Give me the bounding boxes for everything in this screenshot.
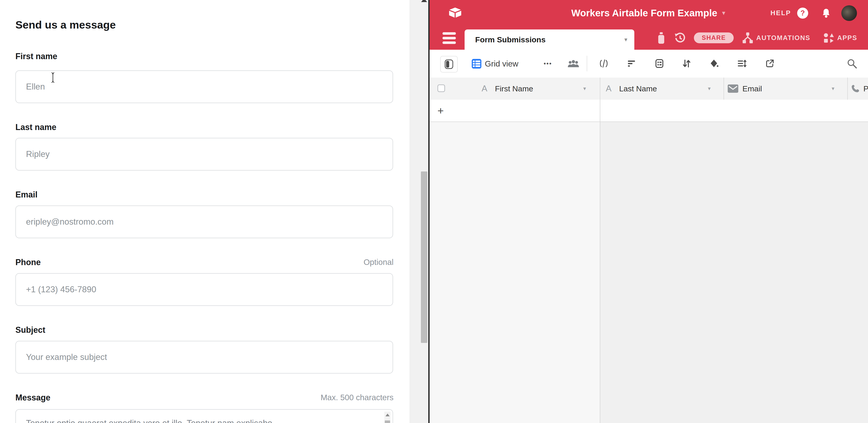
first-name-input[interactable] bbox=[16, 70, 393, 103]
column-caret-icon: ▼ bbox=[707, 86, 712, 91]
grid-empty-area-right bbox=[600, 122, 868, 423]
first-name-label: First name bbox=[16, 52, 57, 61]
message-text: Tenetur optio quaerat expedita vero et i… bbox=[26, 418, 376, 423]
table-tab-bar: Form Submissions ▼ SHARE bbox=[430, 26, 868, 50]
scroll-up-arrow-icon[interactable] bbox=[385, 414, 390, 416]
phone-optional-note: Optional bbox=[364, 258, 394, 267]
base-title-caret-icon: ▼ bbox=[721, 10, 726, 16]
message-textarea[interactable]: Tenetur optio quaerat expedita vero et i… bbox=[16, 409, 393, 423]
automations-label: AUTOMATIONS bbox=[756, 32, 810, 44]
table-tab-caret-icon: ▼ bbox=[623, 37, 628, 43]
last-name-label: Last name bbox=[16, 122, 56, 132]
textarea-scrollbar-thumb[interactable] bbox=[385, 420, 390, 423]
contact-form-pane: Send us a message First name Last name E… bbox=[0, 0, 410, 423]
table-tab-label: Form Submissions bbox=[475, 35, 546, 44]
collaborators-icon[interactable] bbox=[567, 59, 580, 68]
filter-icon[interactable] bbox=[626, 58, 637, 68]
scrollbar-top-arrow-icon[interactable] bbox=[421, 0, 427, 2]
email-label: Email bbox=[16, 190, 37, 200]
grid-empty-area-left bbox=[430, 122, 600, 423]
sort-icon[interactable] bbox=[681, 58, 691, 68]
tab-form-submissions[interactable]: Form Submissions ▼ bbox=[465, 29, 634, 50]
hide-fields-icon[interactable] bbox=[599, 58, 609, 68]
message-max-chars-note: Max. 500 characters bbox=[320, 393, 394, 402]
row-height-icon[interactable] bbox=[737, 58, 747, 68]
phone-label: Phone bbox=[16, 258, 41, 267]
trash-icon[interactable] bbox=[656, 32, 666, 44]
text-field-type-icon: A bbox=[482, 78, 487, 100]
automations-button[interactable]: AUTOMATIONS bbox=[742, 32, 810, 44]
airtable-top-bar: Workers Airtable Form Example ▼ HELP ? bbox=[430, 0, 868, 26]
frozen-column-divider bbox=[600, 100, 600, 423]
select-all-checkbox[interactable] bbox=[437, 85, 445, 92]
page-title: Send us a message bbox=[16, 19, 116, 31]
email-field-type-icon bbox=[728, 85, 738, 93]
hamburger-menu-icon[interactable] bbox=[442, 32, 456, 44]
apps-label: APPS bbox=[837, 32, 857, 44]
airtable-pane: Workers Airtable Form Example ▼ HELP ? F… bbox=[430, 0, 868, 423]
table-header-row: A First Name ▼ A Last Name ▼ Email ▼ bbox=[430, 78, 868, 100]
history-icon[interactable] bbox=[674, 32, 686, 44]
apps-button[interactable]: APPS bbox=[824, 32, 857, 44]
group-icon[interactable] bbox=[654, 58, 664, 68]
notifications-bell-icon[interactable] bbox=[820, 8, 832, 19]
search-icon[interactable] bbox=[846, 58, 858, 69]
apps-icon bbox=[824, 32, 834, 43]
add-row-plus-button[interactable]: + bbox=[437, 100, 444, 122]
view-sidebar-toggle-button[interactable] bbox=[440, 56, 458, 72]
email-input[interactable] bbox=[16, 206, 393, 238]
view-options-dots[interactable]: ••• bbox=[544, 50, 552, 78]
column-caret-icon: ▼ bbox=[582, 86, 587, 91]
view-name-label[interactable]: Grid view bbox=[485, 50, 519, 78]
column-separator bbox=[723, 78, 724, 100]
text-field-type-icon: A bbox=[606, 78, 612, 100]
subject-label: Subject bbox=[16, 325, 45, 335]
grid-view-icon[interactable] bbox=[472, 59, 482, 68]
user-avatar[interactable] bbox=[841, 5, 857, 21]
view-toolbar: Grid view ••• bbox=[430, 50, 868, 78]
column-separator bbox=[847, 78, 848, 100]
textarea-scrollbar[interactable] bbox=[384, 412, 391, 423]
subject-input[interactable] bbox=[16, 341, 393, 373]
toolbar-divider bbox=[587, 56, 587, 71]
last-name-input[interactable] bbox=[16, 138, 393, 171]
add-row: + bbox=[430, 100, 868, 122]
color-icon[interactable] bbox=[709, 58, 719, 68]
column-caret-icon: ▼ bbox=[831, 86, 835, 91]
column-separator bbox=[600, 78, 600, 100]
help-button[interactable]: HELP bbox=[771, 0, 791, 26]
share-button[interactable]: SHARE bbox=[694, 32, 734, 43]
share-view-icon[interactable] bbox=[765, 58, 775, 68]
page-scrollbar-thumb[interactable] bbox=[421, 172, 427, 343]
help-question-icon[interactable]: ? bbox=[797, 8, 808, 19]
phone-input[interactable] bbox=[16, 273, 393, 306]
page-scrollbar-track[interactable] bbox=[410, 0, 428, 423]
message-label: Message bbox=[16, 393, 50, 402]
automations-icon bbox=[742, 32, 753, 44]
text-cursor-icon bbox=[51, 72, 55, 83]
phone-field-type-icon bbox=[850, 84, 860, 93]
base-title[interactable]: Workers Airtable Form Example bbox=[571, 8, 717, 19]
